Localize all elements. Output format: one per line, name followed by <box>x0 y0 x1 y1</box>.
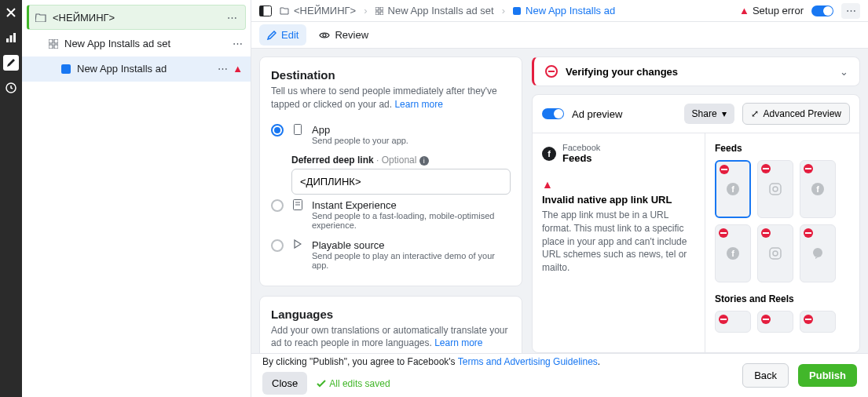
svg-rect-14 <box>380 12 383 15</box>
placement-thumb[interactable] <box>715 311 751 333</box>
crumb-campaign[interactable]: <НЕЙМИНГ> <box>280 5 356 16</box>
share-button[interactable]: Share▾ <box>684 104 734 124</box>
campaign-tree: <НЕЙМИНГ> ⋯ New App Installs ad set ⋯ Ne… <box>22 0 251 397</box>
verify-title: Verifying your changes <box>566 66 832 78</box>
svg-rect-2 <box>13 33 16 42</box>
placement-thumb[interactable]: f <box>715 224 751 282</box>
chevron-right-icon: › <box>502 5 505 16</box>
tab-review[interactable]: Review <box>311 24 376 46</box>
instagram-icon <box>769 183 782 195</box>
destination-learn-more-link[interactable]: Learn more <box>394 99 442 110</box>
radio-playable[interactable]: Playable source Send people to play an i… <box>271 235 511 275</box>
clock-icon[interactable] <box>3 80 19 96</box>
thumb-error-icon <box>804 228 813 238</box>
radio-instant[interactable]: Instant Experience Send people to a fast… <box>271 195 511 235</box>
svg-point-30 <box>773 251 778 256</box>
preview-error-title: Invalid native app link URL <box>542 194 695 206</box>
crumb-adset[interactable]: New App Installs ad set <box>375 5 494 16</box>
section-stories-title: Stories and Reels <box>715 293 850 304</box>
preview-title: Ad preview <box>572 108 676 120</box>
play-icon <box>291 239 304 270</box>
svg-rect-11 <box>375 7 379 10</box>
verify-banner[interactable]: Verifying your changes ⌄ <box>532 56 860 86</box>
languages-learn-more-link[interactable]: Learn more <box>434 337 482 348</box>
radio-playable-sub: Send people to play an interactive demo … <box>312 251 511 270</box>
placement-thumb[interactable]: f <box>800 160 836 218</box>
back-button[interactable]: Back <box>742 363 789 388</box>
info-icon[interactable]: i <box>419 156 429 166</box>
header-more-button[interactable]: ⋯ <box>841 3 860 19</box>
tree-adset-row[interactable]: New App Installs ad set ⋯ <box>22 31 251 56</box>
more-icon[interactable]: ⋯ <box>218 63 228 75</box>
preview-column: Verifying your changes ⌄ Ad preview Shar… <box>532 56 860 353</box>
facebook-icon: f <box>811 183 824 195</box>
thumb-error-icon <box>761 315 771 324</box>
svg-rect-10 <box>260 5 264 16</box>
close-button[interactable]: Close <box>262 372 307 395</box>
svg-text:f: f <box>731 184 734 194</box>
preview-error-body: The app link must be in a URL format. Th… <box>542 209 695 275</box>
tree-campaign-row[interactable]: <НЕЙМИНГ> ⋯ <box>27 5 246 30</box>
deeplink-input[interactable] <box>291 169 511 195</box>
tab-edit[interactable]: Edit <box>259 24 306 46</box>
svg-rect-5 <box>54 39 58 43</box>
thumb-error-icon <box>761 164 771 173</box>
chart-icon[interactable] <box>3 30 19 46</box>
svg-text:f: f <box>816 184 819 194</box>
panel-toggle-icon[interactable] <box>259 5 272 16</box>
placement-thumb[interactable] <box>757 160 793 218</box>
close-icon[interactable] <box>3 5 19 20</box>
svg-rect-29 <box>770 248 781 259</box>
ad-active-toggle[interactable] <box>811 5 833 16</box>
expand-icon: ⤢ <box>751 108 759 119</box>
left-rail <box>0 0 22 397</box>
preview-toggle[interactable] <box>542 108 564 119</box>
placement-thumb[interactable] <box>757 311 793 333</box>
placement-thumb[interactable]: f <box>715 160 751 218</box>
placement-thumb[interactable] <box>757 224 793 282</box>
publish-button[interactable]: Publish <box>798 364 857 387</box>
section-feeds-title: Feeds <box>715 143 850 154</box>
svg-rect-1 <box>10 35 13 42</box>
pencil-icon[interactable] <box>3 55 19 71</box>
terms-link[interactable]: Terms and Advertising Guidelines <box>458 356 598 367</box>
advanced-preview-button[interactable]: ⤢Advanced Preview <box>742 103 850 125</box>
preview-platform-label: Facebook <box>562 143 600 152</box>
chevron-down-icon[interactable]: ⌄ <box>840 66 848 78</box>
svg-rect-12 <box>380 7 383 10</box>
thumb-error-icon <box>761 228 771 238</box>
placement-thumb[interactable] <box>800 311 836 333</box>
thumb-error-icon <box>719 228 728 238</box>
svg-rect-0 <box>6 38 9 42</box>
placement-thumb[interactable] <box>800 224 836 282</box>
saved-indicator: All edits saved <box>317 378 390 389</box>
crumb-ad[interactable]: New App Installs ad <box>513 5 615 16</box>
svg-rect-15 <box>513 7 521 15</box>
thumb-error-icon <box>804 315 813 324</box>
facebook-icon: f <box>727 183 739 195</box>
preview-head: Ad preview Share▾ ⤢Advanced Preview <box>533 95 859 133</box>
more-icon[interactable]: ⋯ <box>233 38 243 49</box>
destination-desc: Tell us where to send people immediately… <box>271 85 511 111</box>
deferred-deeplink-group: Deferred deep link · Optional i <box>291 155 511 195</box>
error-triangle-icon: ▲ <box>739 5 749 16</box>
radio-app[interactable]: App Send people to your app. <box>271 119 511 150</box>
tree-campaign-label: <НЕЙМИНГ> <box>53 12 222 24</box>
more-icon[interactable]: ⋯ <box>227 12 237 24</box>
svg-rect-4 <box>49 39 53 43</box>
tab-edit-label: Edit <box>281 29 298 41</box>
facebook-icon: f <box>542 147 556 161</box>
radio-instant-title: Instant Experience <box>312 199 511 211</box>
grid-icon <box>49 39 58 49</box>
subtabs: Edit Review <box>251 22 868 49</box>
tree-ad-row[interactable]: New App Installs ad ⋯ ▲ <box>22 56 251 82</box>
thumb-error-icon <box>719 315 728 324</box>
footer-bar: By clicking "Publish", you agree to Face… <box>251 353 868 397</box>
device-icon <box>291 124 304 145</box>
crumb-ad-label: New App Installs ad <box>526 5 615 16</box>
preview-error-panel: f Facebook Feeds ▲ Invalid native app li… <box>533 133 705 353</box>
radio-unchecked-icon <box>271 199 284 212</box>
svg-text:f: f <box>731 249 734 258</box>
setup-error-badge: ▲ Setup error <box>739 5 804 16</box>
chevron-right-icon: › <box>364 5 367 16</box>
